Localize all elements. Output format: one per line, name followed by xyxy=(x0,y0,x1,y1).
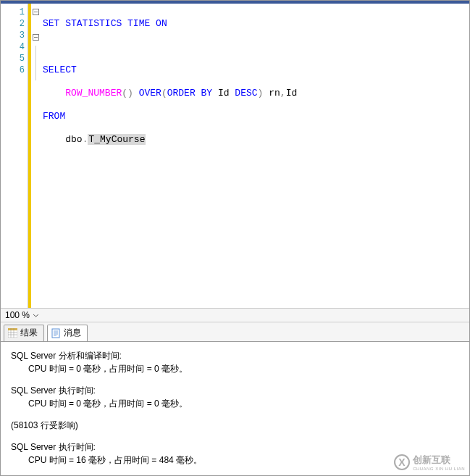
operator: ( xyxy=(161,88,167,99)
svg-rect-6 xyxy=(52,329,59,338)
message-block: SQL Server 分析和编译时间: CPU 时间 = 0 毫秒，占用时间 =… xyxy=(11,349,459,375)
tab-label: 结果 xyxy=(20,327,38,339)
code-line[interactable]: SELECT xyxy=(43,64,469,76)
identifier: Id xyxy=(286,88,298,99)
code-line[interactable]: SET STATISTICS TIME ON xyxy=(43,18,469,30)
keyword: OVER xyxy=(139,88,161,99)
keyword: SELECT xyxy=(43,64,77,75)
watermark-brand: 创新互联 xyxy=(413,454,450,465)
svg-rect-1 xyxy=(8,328,17,330)
message-block: SQL Server 执行时间: CPU 时间 = 0 毫秒，占用时间 = 0 … xyxy=(11,384,459,410)
keyword: SET xyxy=(43,18,59,29)
fold-gutter[interactable] xyxy=(31,4,41,308)
zoom-bar[interactable]: 100 % xyxy=(1,308,469,322)
message-rows-affected: (58103 行受影响) xyxy=(11,419,459,432)
table-name: T_MyCourse xyxy=(88,134,146,145)
line-number: 4 xyxy=(1,41,25,53)
message-block: SQL Server 执行时间: CPU 时间 = 16 毫秒，占用时间 = 4… xyxy=(11,440,459,467)
keyword: BY xyxy=(201,88,213,99)
keyword: ORDER xyxy=(167,88,196,99)
chevron-down-icon[interactable] xyxy=(33,312,39,319)
result-tabs: 结果 消息 xyxy=(1,322,469,342)
line-number: 6 xyxy=(1,64,25,76)
code-line[interactable]: ROW_NUMBER() OVER(ORDER BY Id DESC) rn,I… xyxy=(43,88,469,99)
code-line[interactable] xyxy=(43,41,469,53)
zoom-level[interactable]: 100 % xyxy=(5,310,30,320)
watermark-sub: CHUANG XIN HU LIAN xyxy=(413,467,465,471)
message-detail: CPU 时间 = 16 毫秒，占用时间 = 484 毫秒。 xyxy=(11,454,459,467)
operator: ) xyxy=(258,88,264,99)
message-header: SQL Server 分析和编译时间: xyxy=(11,349,459,362)
watermark: X 创新互联 CHUANG XIN HU LIAN xyxy=(394,454,465,471)
tab-label: 消息 xyxy=(64,327,81,339)
identifier: Id xyxy=(218,88,230,99)
fold-toggle-icon[interactable] xyxy=(33,9,39,15)
message-detail: CPU 时间 = 0 毫秒，占用时间 = 0 毫秒。 xyxy=(11,362,459,375)
line-number: 3 xyxy=(1,30,25,41)
message-header: SQL Server 执行时间: xyxy=(11,440,459,454)
line-number: 2 xyxy=(1,18,25,30)
keyword: DESC xyxy=(235,88,257,99)
message-detail: CPU 时间 = 0 毫秒，占用时间 = 0 毫秒。 xyxy=(11,397,459,410)
fold-line xyxy=(35,46,36,57)
keyword: STATISTICS xyxy=(65,18,122,29)
fold-toggle-icon[interactable] xyxy=(33,34,39,41)
tab-messages[interactable]: 消息 xyxy=(47,325,88,341)
keyword: FROM xyxy=(43,111,65,122)
identifier: rn xyxy=(269,88,280,99)
function: ROW_NUMBER xyxy=(65,88,122,99)
fold-line xyxy=(35,69,36,80)
operator: , xyxy=(280,88,286,99)
line-number-gutter: 1 2 3 4 5 6 xyxy=(1,4,28,308)
code-text-area[interactable]: SET STATISTICS TIME ON SELECT ROW_NUMBER… xyxy=(41,4,469,308)
document-icon xyxy=(51,328,61,338)
code-editor[interactable]: 1 2 3 4 5 6 SET STATISTICS TIME ON SELEC… xyxy=(1,4,469,308)
keyword: TIME xyxy=(127,18,150,29)
code-line[interactable]: dbo.T_MyCourse xyxy=(43,134,469,146)
watermark-logo-icon: X xyxy=(394,454,410,470)
line-number: 5 xyxy=(1,53,25,64)
fold-line xyxy=(35,57,36,69)
operator: () xyxy=(122,88,133,99)
keyword: ON xyxy=(156,18,167,29)
tab-results[interactable]: 结果 xyxy=(4,325,44,341)
line-number: 1 xyxy=(1,7,25,18)
grid-icon xyxy=(7,328,17,338)
message-header: SQL Server 执行时间: xyxy=(11,384,459,397)
identifier: dbo xyxy=(65,134,82,145)
code-line[interactable]: FROM xyxy=(43,111,469,122)
